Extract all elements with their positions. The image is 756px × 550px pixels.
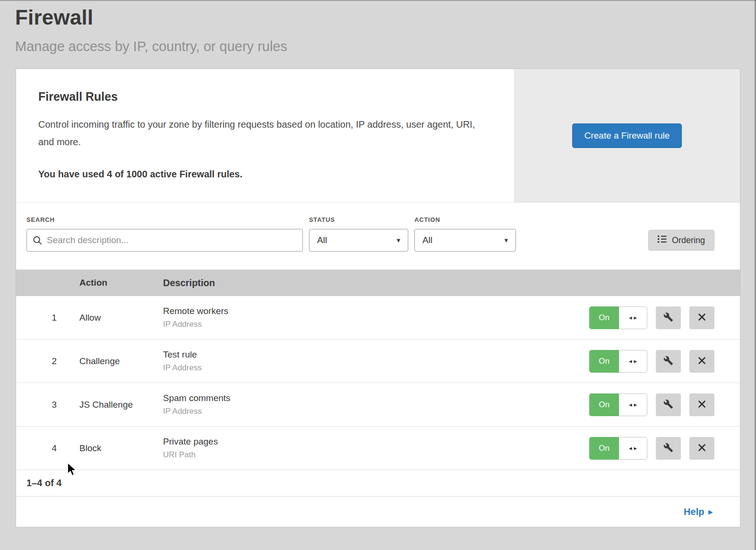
toggle-on-state[interactable]: On: [589, 306, 619, 329]
rule-enabled-toggle[interactable]: On ◂▸: [589, 350, 647, 373]
column-action: Action: [79, 278, 163, 288]
filter-bar: SEARCH STATUS All ▾ ACTION All: [16, 203, 740, 270]
toggle-arrows-icon[interactable]: ◂▸: [619, 350, 647, 373]
help-link[interactable]: Help ▸: [684, 506, 713, 517]
wrench-icon: [663, 443, 673, 454]
rule-priority: 4: [16, 443, 79, 454]
chevron-down-icon: ▾: [504, 236, 508, 244]
rule-controls: On ◂▸: [589, 306, 714, 329]
rule-description: Remote workers: [163, 306, 589, 316]
action-select[interactable]: All ▾: [414, 229, 516, 252]
toggle-on-state[interactable]: On: [589, 393, 619, 416]
toggle-arrows-icon[interactable]: ◂▸: [619, 306, 647, 329]
delete-rule-button[interactable]: [689, 393, 714, 416]
rule-description: Test rule: [163, 349, 589, 360]
search-label: SEARCH: [26, 216, 303, 223]
status-filter: STATUS All ▾: [309, 216, 408, 252]
ordering-button[interactable]: Ordering: [648, 230, 714, 251]
search-input[interactable]: [26, 229, 303, 252]
rule-match-type: URI Path: [163, 450, 589, 460]
close-icon: [698, 444, 706, 453]
search-filter: SEARCH: [26, 216, 303, 252]
rule-action: Challenge: [79, 356, 163, 367]
rule-enabled-toggle[interactable]: On ◂▸: [589, 437, 647, 460]
rule-priority: 2: [16, 356, 79, 367]
rule-description: Private pages: [163, 437, 589, 447]
card-description: Control incoming traffic to your zone by…: [38, 116, 487, 151]
status-selected-value: All: [317, 235, 327, 245]
usage-summary: You have used 4 of 1000 active Firewall …: [38, 169, 495, 180]
table-row: 3 JS Challenge Spam comments IP Address …: [16, 383, 740, 427]
rule-enabled-toggle[interactable]: On ◂▸: [589, 306, 647, 329]
edit-rule-button[interactable]: [656, 393, 681, 416]
column-description: Description: [163, 278, 740, 288]
rule-description: Spam comments: [163, 393, 589, 403]
action-filter: ACTION All ▾: [414, 216, 516, 252]
rule-action: JS Challenge: [79, 400, 163, 410]
toggle-arrows-icon[interactable]: ◂▸: [619, 437, 647, 460]
card-top-section: Firewall Rules Control incoming traffic …: [16, 69, 740, 203]
chevron-down-icon: ▾: [396, 236, 400, 244]
wrench-icon: [663, 399, 673, 410]
rule-enabled-toggle[interactable]: On ◂▸: [589, 393, 647, 416]
search-icon: [33, 236, 42, 247]
rule-match-type: IP Address: [163, 320, 589, 329]
rule-controls: On ◂▸: [589, 350, 714, 373]
toggle-on-state[interactable]: On: [589, 350, 619, 373]
wrench-icon: [663, 312, 673, 323]
action-label: ACTION: [414, 216, 516, 223]
create-firewall-rule-button[interactable]: Create a Firewall rule: [572, 123, 682, 148]
toggle-on-state[interactable]: On: [589, 437, 619, 460]
edit-rule-button[interactable]: [656, 437, 681, 460]
toggle-arrows-icon[interactable]: ◂▸: [619, 393, 647, 416]
close-icon: [698, 400, 706, 410]
close-icon: [698, 313, 706, 323]
page-title: Firewall: [15, 6, 756, 29]
wrench-icon: [663, 356, 673, 367]
chevron-right-icon: ▸: [708, 507, 713, 517]
table-row: 2 Challenge Test rule IP Address On ◂▸: [16, 340, 740, 383]
rule-priority: 3: [16, 400, 79, 410]
rule-controls: On ◂▸: [589, 393, 714, 416]
card-action-panel: Create a Firewall rule: [514, 69, 740, 202]
rule-action: Allow: [79, 313, 163, 323]
status-select[interactable]: All ▾: [309, 229, 408, 252]
rule-action: Block: [79, 443, 163, 454]
page-subtitle: Manage access by IP, country, or query r…: [15, 39, 756, 54]
help-link-label: Help: [684, 506, 704, 517]
rule-priority: 1: [16, 313, 79, 323]
status-label: STATUS: [309, 216, 408, 223]
rule-match-type: IP Address: [163, 363, 589, 373]
card-footer: Help ▸: [16, 497, 740, 527]
ordered-list-icon: [658, 235, 667, 245]
edit-rule-button[interactable]: [656, 350, 681, 373]
table-row: 4 Block Private pages URI Path On ◂▸: [16, 427, 740, 470]
table-row: 1 Allow Remote workers IP Address On ◂▸: [16, 296, 740, 340]
ordering-button-label: Ordering: [672, 236, 705, 245]
pagination-status: 1–4 of 4: [16, 470, 740, 497]
page-header: Firewall Manage access by IP, country, o…: [0, 0, 756, 54]
table-header: Action Description: [16, 270, 740, 296]
delete-rule-button[interactable]: [689, 350, 714, 373]
close-icon: [698, 357, 706, 366]
delete-rule-button[interactable]: [689, 437, 714, 460]
rule-controls: On ◂▸: [589, 437, 714, 460]
card-heading: Firewall Rules: [38, 90, 495, 104]
firewall-rules-card: Firewall Rules Control incoming traffic …: [16, 69, 740, 527]
card-intro: Firewall Rules Control incoming traffic …: [16, 69, 514, 202]
delete-rule-button[interactable]: [689, 306, 714, 329]
edit-rule-button[interactable]: [656, 306, 681, 329]
rule-match-type: IP Address: [163, 407, 589, 416]
action-selected-value: All: [422, 235, 432, 245]
